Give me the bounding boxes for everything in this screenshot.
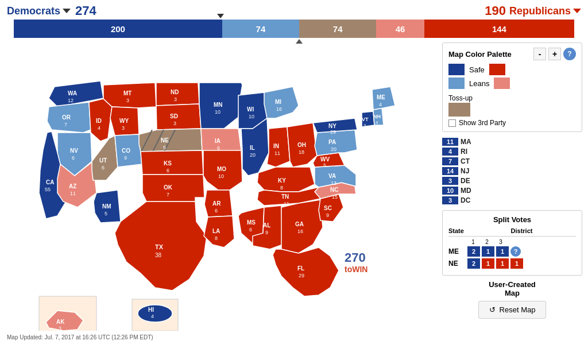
split-ME-state[interactable]: 2 [467, 246, 480, 257]
small-state-badge-NJ: 14 [442, 167, 458, 175]
leans-label: Leans [469, 79, 489, 88]
svg-text:IN: IN [273, 143, 279, 149]
split-NE-d1[interactable]: 1 [482, 258, 494, 269]
reset-map-button[interactable]: ↺ Reset Map [478, 301, 547, 319]
svg-text:ID: ID [96, 118, 102, 124]
svg-text:AL: AL [263, 222, 270, 229]
small-state-DE[interactable]: 3 DE [442, 177, 582, 185]
svg-text:4: 4 [98, 125, 100, 131]
split-ME-d1[interactable]: 1 [482, 246, 494, 257]
palette-minus-btn[interactable]: - [533, 48, 546, 60]
svg-text:29: 29 [330, 129, 336, 135]
split-ME-d2[interactable]: 1 [496, 246, 509, 257]
small-state-MA[interactable]: 11 MA [442, 138, 582, 146]
svg-text:7: 7 [167, 192, 169, 198]
state-IA[interactable] [201, 129, 241, 153]
svg-text:MO: MO [217, 166, 226, 172]
svg-text:6: 6 [249, 227, 252, 233]
svg-text:MI: MI [275, 99, 281, 105]
svg-text:38: 38 [155, 252, 162, 258]
small-state-badge-RI: 4 [442, 148, 458, 156]
rep-arrow-icon[interactable] [573, 9, 581, 13]
header-right: 190 Republicans [485, 3, 581, 18]
electoral-bar-wrapper: 200 74 74 46 144 [7, 20, 581, 38]
svg-text:AK: AK [56, 319, 65, 325]
small-state-RI[interactable]: 4 RI [442, 148, 582, 156]
small-state-MD[interactable]: 10 MD [442, 187, 582, 195]
svg-text:5: 5 [323, 162, 326, 168]
svg-text:WA: WA [68, 90, 77, 96]
header-left: Democrats 274 [7, 3, 96, 18]
split-votes-box: Split Votes State District 1 2 3 ME 2 1 … [442, 210, 582, 276]
svg-text:29: 29 [299, 273, 304, 278]
user-map-title: User-CreatedMap [442, 280, 582, 297]
svg-text:4: 4 [151, 313, 154, 319]
us-map[interactable]: WA 12 OR 7 CA 55 ID 4 NV 6 AZ 11 MT [0, 38, 436, 331]
split-NE-state[interactable]: 2 [467, 258, 480, 269]
main-area: WA 12 OR 7 CA 55 ID 4 NV 6 AZ 11 MT [0, 38, 588, 342]
dem-label[interactable]: Democrats [7, 5, 60, 17]
rep-label: Republicans [509, 5, 571, 17]
rep-lean-swatch [494, 78, 510, 89]
svg-text:HI: HI [148, 307, 154, 313]
svg-text:4: 4 [376, 120, 378, 125]
dem-safe-swatch [448, 64, 465, 75]
palette-help-btn[interactable]: ? [563, 48, 576, 60]
svg-text:3: 3 [174, 96, 177, 102]
split-NE-d3[interactable]: 1 [510, 258, 523, 269]
split-row-ME[interactable]: ME 2 1 1 ? [448, 246, 576, 257]
leans-row: Leans [448, 78, 576, 89]
safe-label: Safe [469, 65, 485, 74]
svg-text:OH: OH [297, 142, 306, 148]
palette-plus-btn[interactable]: + [548, 48, 561, 60]
map-section[interactable]: WA 12 OR 7 CA 55 ID 4 NV 6 AZ 11 MT [0, 38, 436, 342]
svg-text:8: 8 [215, 235, 218, 241]
state-KS[interactable] [141, 150, 203, 175]
bar-dem-safe: 200 [14, 20, 222, 38]
split-NE-d2[interactable]: 1 [496, 258, 509, 269]
split-district-header: District [467, 227, 576, 234]
small-state-badge-DE: 3 [442, 177, 458, 185]
svg-text:SC: SC [324, 205, 332, 211]
svg-text:10: 10 [215, 109, 220, 115]
svg-text:toWIN: toWIN [345, 265, 368, 274]
split-row-NE[interactable]: NE 2 1 1 1 [448, 258, 576, 269]
map-footer: Map Updated: Jul. 7, 2017 at 16:26 UTC (… [0, 333, 436, 342]
bar-top-arrow [217, 14, 224, 18]
show-3rd-party-row[interactable]: Show 3rd Party [448, 119, 576, 127]
state-HI[interactable] [138, 305, 172, 322]
svg-text:3: 3 [363, 123, 366, 128]
small-state-badge-DC: 3 [442, 196, 458, 204]
svg-text:NM: NM [102, 203, 111, 210]
small-state-NJ[interactable]: 14 NJ [442, 167, 582, 175]
state-SD[interactable] [156, 104, 201, 130]
svg-text:55: 55 [45, 187, 51, 192]
svg-text:12: 12 [68, 98, 74, 103]
small-state-badge-MA: 11 [442, 138, 458, 146]
small-states-list: 11 MA 4 RI 7 CT 14 NJ 3 DE 10 MD [442, 138, 582, 204]
svg-text:TX: TX [155, 243, 164, 250]
svg-text:5: 5 [105, 211, 107, 216]
small-state-DC[interactable]: 3 DC [442, 196, 582, 204]
svg-text:11: 11 [274, 150, 280, 156]
small-state-CT[interactable]: 7 CT [442, 157, 582, 165]
split-ME-help[interactable]: ? [510, 246, 521, 257]
svg-text:NH: NH [373, 114, 381, 119]
dem-arrow-icon[interactable] [63, 9, 71, 13]
state-OK[interactable] [142, 175, 204, 202]
safe-row: Safe [448, 64, 576, 75]
tossup-swatch [448, 103, 470, 117]
user-created-map-box: User-CreatedMap ↺ Reset Map [442, 280, 582, 319]
show-3rd-party-checkbox[interactable] [448, 119, 456, 127]
svg-text:16: 16 [276, 106, 282, 112]
tossup-label: Toss-up [448, 94, 473, 102]
svg-text:IL: IL [250, 145, 255, 151]
state-KY[interactable] [257, 167, 315, 192]
svg-text:VT: VT [362, 117, 369, 122]
small-state-badge-CT: 7 [442, 157, 458, 165]
color-palette-box: Map Color Palette - + ? Safe Leans [442, 42, 582, 132]
split-votes-title: Split Votes [448, 215, 576, 224]
svg-text:9: 9 [124, 155, 127, 161]
svg-text:OR: OR [62, 114, 71, 121]
state-FL[interactable] [273, 247, 339, 296]
